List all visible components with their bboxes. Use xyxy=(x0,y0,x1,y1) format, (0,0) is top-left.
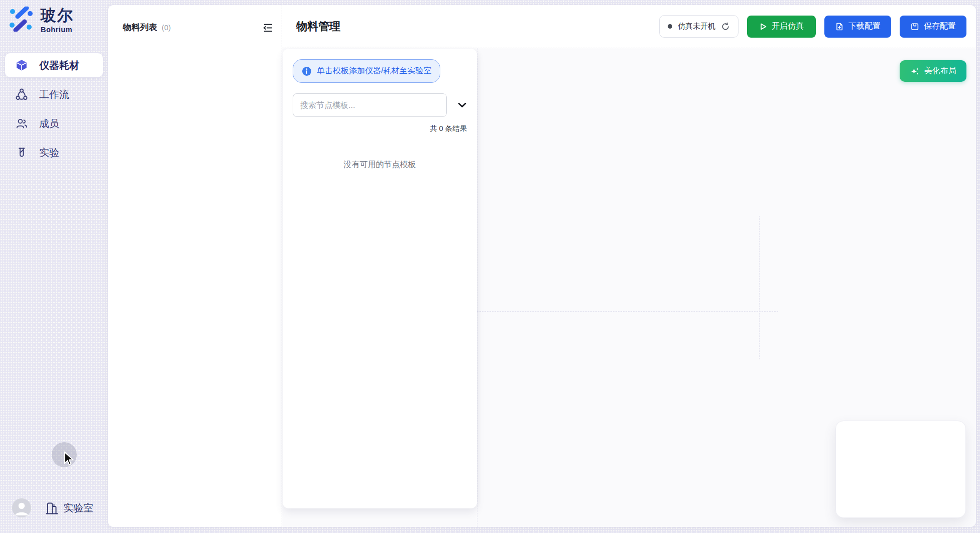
start-simulation-label: 开启仿真 xyxy=(772,21,804,32)
beautify-layout-label: 美化布局 xyxy=(924,66,956,76)
app-logo: 玻尔 Bohrium xyxy=(8,7,74,34)
page-header: 物料管理 仿真未开机 开启仿真 xyxy=(282,5,976,48)
sidebar-item-label: 仪器耗材 xyxy=(39,59,79,72)
sidebar-item-members[interactable]: 成员 xyxy=(5,111,103,136)
beautify-layout-button[interactable]: 美化布局 xyxy=(900,60,966,82)
cube-icon xyxy=(15,59,28,72)
canvas-guide-line xyxy=(477,48,477,527)
material-list-title: 物料列表 xyxy=(123,22,157,33)
tip-badge: 单击模板添加仪器/耗材至实验室 xyxy=(293,59,440,83)
sidebar-item-instruments[interactable]: 仪器耗材 xyxy=(5,53,103,77)
status-label: 仿真未开机 xyxy=(678,22,715,31)
main-panel: 物料管理 仿真未开机 开启仿真 xyxy=(282,5,976,527)
collapse-list-icon xyxy=(261,22,274,34)
logo-title: 玻尔 xyxy=(41,7,74,25)
sidebar-item-workflow[interactable]: 工作流 xyxy=(5,82,103,106)
simulation-status-pill[interactable]: 仿真未开机 xyxy=(659,15,739,38)
result-count: 共 0 条结果 xyxy=(293,124,467,134)
download-config-label: 下载配置 xyxy=(848,21,881,32)
sparkles-icon xyxy=(910,66,920,76)
header-actions: 仿真未开机 开启仿真 xyxy=(659,15,966,38)
sidebar-nav: 仪器耗材 工作流 成员 xyxy=(5,53,103,170)
sidebar-item-label: 成员 xyxy=(39,117,59,130)
start-simulation-button[interactable]: 开启仿真 xyxy=(747,16,816,38)
download-file-icon xyxy=(835,22,844,31)
expand-templates-button[interactable] xyxy=(458,102,466,108)
sidebar: 玻尔 Bohrium 仪器耗材 工作流 xyxy=(0,0,108,533)
sidebar-item-experiment[interactable]: 实验 xyxy=(5,141,103,165)
download-config-button[interactable]: 下载配置 xyxy=(824,16,891,38)
bohrium-logo-icon xyxy=(8,7,34,32)
lab-entry-label: 实验室 xyxy=(63,501,93,515)
refresh-icon[interactable] xyxy=(721,22,730,31)
material-list-count: (0) xyxy=(162,23,171,32)
tip-text: 单击模板添加仪器/耗材至实验室 xyxy=(317,66,431,76)
template-search-input[interactable] xyxy=(293,93,447,117)
status-dot xyxy=(668,24,672,29)
content-area: 物料列表 (0) 物料管理 仿真未开机 xyxy=(108,5,976,527)
workflow-icon xyxy=(15,88,28,101)
chevron-down-icon xyxy=(458,102,466,108)
material-list-panel: 物料列表 (0) xyxy=(108,5,282,527)
user-avatar[interactable] xyxy=(12,498,31,517)
save-icon xyxy=(910,22,919,31)
save-config-button[interactable]: 保存配置 xyxy=(900,16,966,38)
template-search-row xyxy=(293,93,467,117)
sidebar-item-label: 工作流 xyxy=(39,88,69,101)
lab-entry[interactable]: 实验室 xyxy=(45,500,93,515)
building-icon xyxy=(45,500,59,515)
canvas-guide-line xyxy=(759,216,760,359)
members-icon xyxy=(15,117,28,130)
page-title: 物料管理 xyxy=(296,19,340,34)
sidebar-footer: 实验室 xyxy=(12,498,93,517)
template-panel: 单击模板添加仪器/耗材至实验室 共 0 条结果 没有可用的节点模板 xyxy=(283,49,477,508)
person-icon xyxy=(12,498,31,517)
play-icon xyxy=(759,23,767,31)
collapse-panel-button[interactable] xyxy=(260,21,274,35)
mouse-cursor xyxy=(61,451,76,467)
canvas-guide-line xyxy=(477,311,778,312)
sidebar-item-label: 实验 xyxy=(39,146,59,160)
experiment-icon xyxy=(15,146,28,159)
save-config-label: 保存配置 xyxy=(924,21,956,32)
info-icon xyxy=(302,66,312,76)
logo-subtitle: Bohrium xyxy=(41,26,74,34)
empty-state-text: 没有可用的节点模板 xyxy=(293,160,467,170)
canvas-minimap[interactable] xyxy=(835,421,966,518)
